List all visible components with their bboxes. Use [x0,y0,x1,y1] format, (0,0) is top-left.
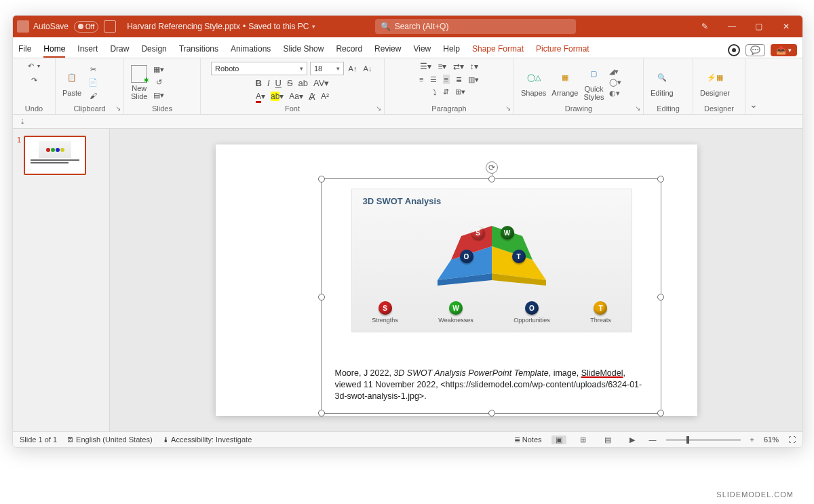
slideshow-view-button[interactable]: ▶ [625,435,640,444]
ribbon-overflow[interactable]: ⇣ [13,115,802,129]
zoom-slider[interactable] [666,439,741,441]
camera-record-icon[interactable] [728,44,740,56]
normal-view-button[interactable]: ▣ [551,435,566,444]
menu-transitions[interactable]: Transitions [179,44,218,58]
columns-button[interactable]: ▥▾ [468,75,479,84]
menu-animations[interactable]: Animations [231,44,271,58]
slide-canvas[interactable]: ⟳ 3D SWOT Analysis [110,129,802,431]
resize-handle-sw[interactable] [318,410,325,416]
font-color-button[interactable]: A▾ [256,92,265,101]
menu-home[interactable]: Home [43,44,65,58]
cut-button[interactable]: ✂ [87,64,99,75]
resize-handle-w[interactable] [318,294,325,301]
designer-button[interactable]: ⚡▦Designer [700,69,730,97]
zoom-level[interactable]: 61% [764,435,779,444]
convert-smartart-button[interactable]: ⊞▾ [455,88,465,96]
copy-button[interactable]: 📄 [87,77,99,88]
resize-handle-e[interactable] [657,294,664,301]
selection-frame[interactable]: ⟳ 3D SWOT Analysis [321,178,661,414]
char-spacing-button[interactable]: AV▾ [313,78,329,88]
rotate-handle[interactable]: ⟳ [486,161,498,174]
italic-button[interactable]: I [267,78,270,88]
menu-design[interactable]: Design [141,44,166,58]
menu-slideshow[interactable]: Slide Show [283,44,324,58]
fit-to-window-button[interactable]: ⛶ [788,435,796,444]
share-button[interactable]: 📤▾ [771,44,797,56]
shapes-button[interactable]: ◯△Shapes [521,69,546,97]
zoom-in-button[interactable]: + [750,435,754,444]
shape-effects-button[interactable]: ◐▾ [609,89,621,98]
search-input[interactable]: 🔍 Search (Alt+Q) [375,19,576,34]
highlight-button[interactable]: ab▾ [271,92,284,101]
citation-text[interactable]: Moore, J 2022, 3D SWOT Analysis PowerPoi… [335,368,647,402]
resize-handle-s[interactable] [488,410,495,416]
undo-button[interactable]: ↶ [28,62,34,71]
format-painter-button[interactable]: 🖌 [87,90,99,101]
notes-button[interactable]: ≣ Notes [514,435,542,444]
layout-button[interactable]: ▦▾ [153,64,165,75]
maximize-button[interactable]: ▢ [750,22,769,31]
comments-button[interactable]: 💬 [745,44,765,56]
menu-file[interactable]: File [18,44,31,58]
minimize-button[interactable]: — [722,22,741,31]
align-center-button[interactable]: ☰ [430,75,437,84]
underline-button[interactable]: U [275,78,282,88]
justify-button[interactable]: ≣ [456,75,462,84]
arrange-button[interactable]: ▦Arrange [551,69,578,97]
decrease-font-button[interactable]: A↓ [362,63,374,74]
new-slide-button[interactable]: ✶ New Slide [131,65,147,100]
align-left-button[interactable]: ≡ [419,75,423,83]
zoom-out-button[interactable]: — [649,435,657,444]
strike-button[interactable]: S [287,78,293,88]
line-spacing-button[interactable]: ↕▾ [470,62,478,71]
change-case-button[interactable]: Aa▾ [289,92,303,101]
shape-outline-button[interactable]: ◯▾ [609,78,621,87]
menu-record[interactable]: Record [336,44,362,58]
menu-draw[interactable]: Draw [110,44,129,58]
sorter-view-button[interactable]: ⊞ [576,435,591,444]
paragraph-launcher[interactable]: ↘ [505,104,511,112]
resize-handle-ne[interactable] [657,176,664,182]
slide-thumbnail-1[interactable] [24,136,86,175]
language-button[interactable]: 🖺 English (United States) [66,435,153,444]
collapse-ribbon-button[interactable]: ⌄ [745,58,764,114]
close-button[interactable]: ✕ [777,22,796,31]
increase-font-button[interactable]: A↑ [347,63,359,74]
shape-fill-button[interactable]: ◢▾ [609,67,621,76]
align-text-button[interactable]: ⇵ [443,88,449,96]
clipboard-launcher[interactable]: ↘ [115,104,121,112]
editing-button[interactable]: 🔍Editing [651,69,674,97]
font-name-select[interactable]: Roboto▾ [211,62,307,75]
drawing-launcher[interactable]: ↘ [635,104,640,112]
numbering-button[interactable]: ≡▾ [438,62,446,71]
document-title[interactable]: Harvard Referencing Style.pptx • Saved t… [127,22,315,31]
autosave-toggle[interactable]: Off [74,21,98,33]
resize-handle-se[interactable] [657,410,664,416]
reading-view-button[interactable]: ▤ [600,435,615,444]
list-level-button[interactable]: ⇄▾ [453,62,464,71]
resize-handle-n[interactable] [488,176,495,182]
bold-button[interactable]: B [256,78,262,88]
clear-format-button[interactable]: A̷ [309,91,315,102]
menu-help[interactable]: Help [443,44,460,58]
shadow-button[interactable]: ab [298,78,308,88]
font-launcher[interactable]: ↘ [376,104,381,112]
inserted-image[interactable]: 3D SWOT Analysis S [351,189,632,332]
save-icon[interactable] [104,20,116,33]
accessibility-button[interactable]: 🌡 Accessibility: Investigate [162,435,252,444]
align-right-button[interactable]: ≡ [443,75,450,84]
section-button[interactable]: ▤▾ [153,90,165,101]
menu-insert[interactable]: Insert [77,44,98,58]
paste-button[interactable]: 📋 Paste [62,69,81,97]
menu-review[interactable]: Review [374,44,401,58]
font-size-select[interactable]: 18▾ [310,62,344,75]
pen-icon[interactable]: ✎ [695,22,714,31]
reset-button[interactable]: ↺ [153,77,165,88]
status-slide[interactable]: Slide 1 of 1 [20,435,57,444]
resize-handle-nw[interactable] [318,176,325,182]
bullets-button[interactable]: ☰▾ [420,62,431,71]
redo-button[interactable]: ↷ [31,76,37,85]
sup-sub-button[interactable]: A² [321,92,329,101]
text-direction-button[interactable]: ⤵ [433,88,437,96]
menu-shape-format[interactable]: Shape Format [472,44,524,58]
